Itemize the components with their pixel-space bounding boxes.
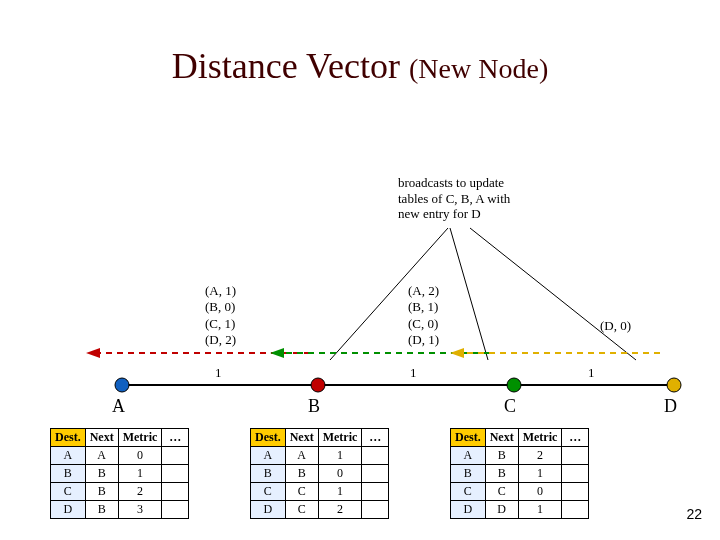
vector-b: (A, 1) (B, 0) (C, 1) (D, 2): [205, 283, 236, 348]
svg-point-13: [311, 378, 325, 392]
th-dest: Dest.: [251, 429, 286, 447]
cell: [562, 483, 589, 501]
cell: [562, 447, 589, 465]
th-dest: Dest.: [51, 429, 86, 447]
cell: [362, 483, 389, 501]
cell: 1: [518, 465, 562, 483]
node-label-a: A: [112, 396, 125, 417]
cell: [562, 501, 589, 519]
vector-b-row: (C, 1): [205, 316, 236, 332]
cell: 1: [118, 465, 162, 483]
cell: [162, 447, 189, 465]
cell: B: [451, 465, 486, 483]
th-etc: …: [362, 429, 389, 447]
cell: C: [285, 501, 318, 519]
cell: A: [85, 447, 118, 465]
cell: B: [85, 465, 118, 483]
th-dest: Dest.: [451, 429, 486, 447]
cell: B: [485, 447, 518, 465]
page-number: 22: [686, 506, 702, 522]
svg-marker-6: [270, 348, 284, 358]
vector-d-row: (D, 0): [600, 318, 631, 333]
svg-marker-4: [86, 348, 100, 358]
cell: [362, 501, 389, 519]
cell: 2: [118, 483, 162, 501]
cell: [562, 465, 589, 483]
th-etc: …: [562, 429, 589, 447]
cell: C: [51, 483, 86, 501]
vector-d: (D, 0): [600, 318, 631, 334]
cell: D: [51, 501, 86, 519]
cell: 2: [318, 501, 362, 519]
cell: [362, 465, 389, 483]
th-metric: Metric: [518, 429, 562, 447]
cell: C: [251, 483, 286, 501]
vector-b-row: (B, 0): [205, 299, 236, 315]
cell: 0: [518, 483, 562, 501]
title-sub: (New Node): [409, 53, 548, 84]
vector-c-row: (B, 1): [408, 299, 439, 315]
cell: B: [251, 465, 286, 483]
cell: A: [285, 447, 318, 465]
cell: C: [485, 483, 518, 501]
svg-point-14: [507, 378, 521, 392]
vector-c-row: (A, 2): [408, 283, 439, 299]
cell: [162, 483, 189, 501]
cell: D: [451, 501, 486, 519]
cell: 1: [318, 447, 362, 465]
cell: D: [485, 501, 518, 519]
edge-label-cd: 1: [588, 365, 595, 381]
cell: A: [451, 447, 486, 465]
th-next: Next: [85, 429, 118, 447]
routing-table-c: Dest. Next Metric … AB2 BB1 CC0 DD1: [450, 428, 589, 519]
note-line2: tables of C, B, A with: [398, 191, 598, 207]
cell: C: [451, 483, 486, 501]
cell: 0: [118, 447, 162, 465]
svg-marker-8: [450, 348, 464, 358]
cell: 1: [518, 501, 562, 519]
vector-c-row: (C, 0): [408, 316, 439, 332]
cell: B: [51, 465, 86, 483]
edge-label-ab: 1: [215, 365, 222, 381]
cell: [162, 465, 189, 483]
cell: [362, 447, 389, 465]
slide-title: Distance Vector (New Node): [0, 45, 720, 87]
title-main: Distance Vector: [172, 46, 400, 86]
svg-line-2: [470, 228, 636, 360]
svg-point-12: [115, 378, 129, 392]
cell: C: [285, 483, 318, 501]
cell: B: [485, 465, 518, 483]
edge-label-bc: 1: [410, 365, 417, 381]
th-next: Next: [285, 429, 318, 447]
cell: A: [251, 447, 286, 465]
cell: 2: [518, 447, 562, 465]
th-etc: …: [162, 429, 189, 447]
svg-point-15: [667, 378, 681, 392]
cell: [162, 501, 189, 519]
th-metric: Metric: [318, 429, 362, 447]
note-line1: broadcasts to update: [398, 175, 598, 191]
node-label-d: D: [664, 396, 677, 417]
th-metric: Metric: [118, 429, 162, 447]
vector-c-row: (D, 1): [408, 332, 439, 348]
routing-table-a: Dest. Next Metric … AA0 BB1 CB2 DB3: [50, 428, 189, 519]
cell: B: [85, 501, 118, 519]
note-line3: new entry for D: [398, 206, 598, 222]
cell: A: [51, 447, 86, 465]
cell: B: [85, 483, 118, 501]
cell: D: [251, 501, 286, 519]
broadcast-note: broadcasts to update tables of C, B, A w…: [398, 175, 598, 222]
vector-b-row: (D, 2): [205, 332, 236, 348]
slide: Distance Vector (New Node) broadcasts to…: [0, 0, 720, 540]
vector-b-row: (A, 1): [205, 283, 236, 299]
cell: 3: [118, 501, 162, 519]
node-label-b: B: [308, 396, 320, 417]
routing-table-b: Dest. Next Metric … AA1 BB0 CC1 DC2: [250, 428, 389, 519]
svg-line-1: [450, 228, 488, 360]
cell: 1: [318, 483, 362, 501]
th-next: Next: [485, 429, 518, 447]
node-label-c: C: [504, 396, 516, 417]
vector-c: (A, 2) (B, 1) (C, 0) (D, 1): [408, 283, 439, 348]
cell: B: [285, 465, 318, 483]
cell: 0: [318, 465, 362, 483]
